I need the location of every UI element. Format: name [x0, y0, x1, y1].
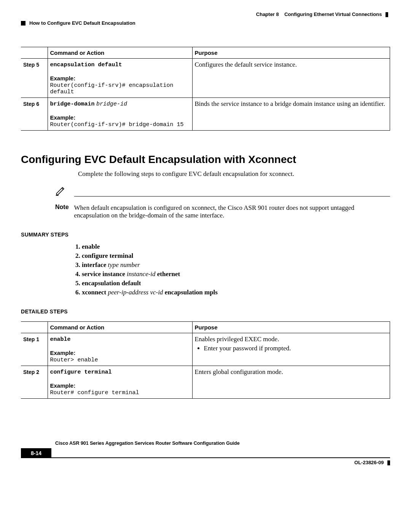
step-label: Step 2 [21, 366, 48, 399]
list-item: interface type number [82, 261, 390, 269]
command-cell: encapsulation default Example: Router(co… [48, 59, 192, 98]
list-item: configure terminal [82, 252, 390, 260]
command: configure terminal [50, 369, 112, 375]
step-label: Step 5 [21, 59, 48, 98]
page-number: 8-14 [21, 448, 51, 458]
example-label: Example: [50, 114, 190, 121]
command: bridge-domain [50, 101, 95, 107]
purpose-cell: Binds the service instance to a bridge d… [192, 98, 390, 131]
table-row: Step 6 bridge-domain bridge-id Example: … [21, 98, 390, 131]
purpose-cell: Enters global configuration mode. [192, 366, 390, 399]
footer-rule [51, 457, 390, 458]
list-item: xconnect peer-ip-address vc-id encapsula… [82, 289, 390, 296]
example-code: Router> enable [50, 357, 190, 363]
command: encapsulation default [50, 62, 122, 68]
step-label: Step 1 [21, 333, 48, 366]
table-row: Step 5 encapsulation default Example: Ro… [21, 59, 390, 98]
th-command: Command or Action [48, 47, 192, 59]
page: Chapter 8 Configuring Ethernet Virtual C… [0, 0, 411, 532]
example-label: Example: [50, 382, 190, 389]
chapter-title: Configuring Ethernet Virtual Connections [284, 11, 382, 17]
summary-steps-heading: SUMMARY STEPS [21, 232, 390, 238]
list-item: encapsulation default [82, 280, 390, 287]
note-text: When default encapsulation is configured… [74, 196, 390, 219]
note-block [55, 185, 390, 196]
intro-text: Complete the following steps to configur… [78, 170, 390, 178]
chapter-label: Chapter 8 [256, 11, 279, 17]
note-label: Note [55, 196, 69, 219]
footer-guide-title: Cisco ASR 901 Series Aggregation Service… [55, 441, 390, 446]
footer-bar-icon [387, 460, 390, 465]
list-item: service instance instance-id ethernet [82, 270, 390, 278]
running-header: Chapter 8 Configuring Ethernet Virtual C… [21, 11, 390, 17]
section-header: How to Configure EVC Default Encapsulati… [21, 20, 390, 26]
table-row: Step 2 configure terminal Example: Route… [21, 366, 390, 399]
th-purpose: Purpose [192, 322, 390, 333]
th-purpose: Purpose [192, 47, 390, 59]
example-code: Router(config-if-srv)# bridge-domain 15 [50, 121, 190, 128]
command-cell: configure terminal Example: Router# conf… [48, 366, 192, 399]
example-label: Example: [50, 350, 190, 356]
th-command: Command or Action [48, 322, 192, 333]
purpose-cell: Enables privileged EXEC mode. Enter your… [192, 333, 390, 366]
summary-steps-list: enable configure terminal interface type… [82, 243, 390, 296]
command-arg: bridge-id [96, 101, 127, 107]
list-item: enable [82, 243, 390, 251]
steps-table-bottom: Command or Action Purpose Step 1 enable … [21, 321, 390, 399]
command-cell: bridge-domain bridge-id Example: Router(… [48, 98, 192, 131]
footer: Cisco ASR 901 Series Aggregation Service… [21, 441, 390, 465]
table-row: Step 1 enable Example: Router> enable En… [21, 333, 390, 366]
footer-docnum: OL-23826-09 [21, 460, 390, 465]
header-bar-icon [386, 12, 388, 17]
detailed-steps-heading: DETAILED STEPS [21, 308, 390, 315]
list-item: Enter your password if prompted. [204, 345, 388, 352]
example-label: Example: [50, 75, 190, 81]
example-code: Router(config-if-srv)# encapsulation def… [50, 82, 190, 95]
purpose-cell: Configures the default service instance. [192, 59, 390, 98]
purpose-bullet-list: Enter your password if prompted. [195, 345, 388, 352]
section-title: How to Configure EVC Default Encapsulati… [29, 20, 135, 26]
example-code: Router# configure terminal [50, 390, 190, 396]
step-label: Step 6 [21, 98, 48, 131]
command: enable [50, 336, 71, 343]
command-cell: enable Example: Router> enable [48, 333, 192, 366]
steps-table-top: Command or Action Purpose Step 5 encapsu… [21, 47, 390, 131]
page-title: Configuring EVC Default Encapsulation wi… [21, 153, 390, 166]
square-bullet-icon [21, 21, 25, 26]
note-pencil-icon [55, 185, 66, 196]
